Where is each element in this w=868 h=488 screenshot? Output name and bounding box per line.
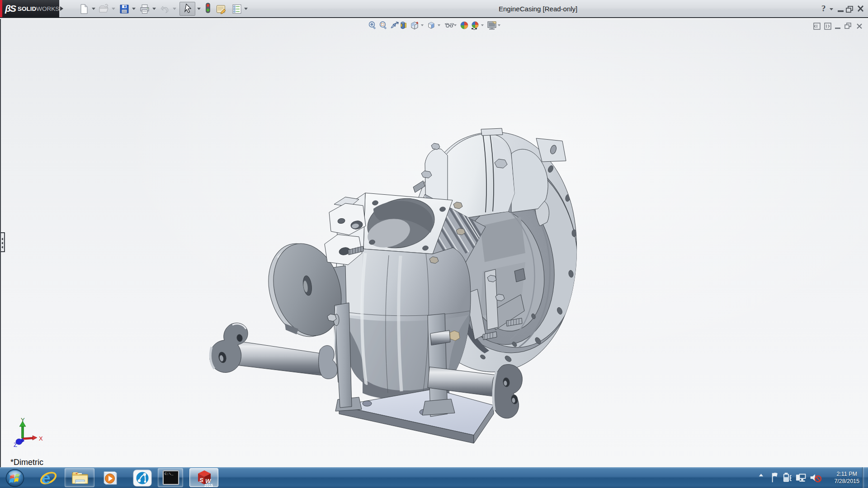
svg-text:?: ? [821, 4, 826, 13]
svg-text:Z: Z [14, 441, 17, 448]
svg-text:2015: 2015 [204, 483, 213, 487]
svg-text:X: X [39, 435, 43, 442]
svg-text:C:\_: C:\_ [165, 472, 173, 476]
svg-text:S: S [199, 477, 203, 483]
svg-text:e: e [42, 469, 50, 487]
